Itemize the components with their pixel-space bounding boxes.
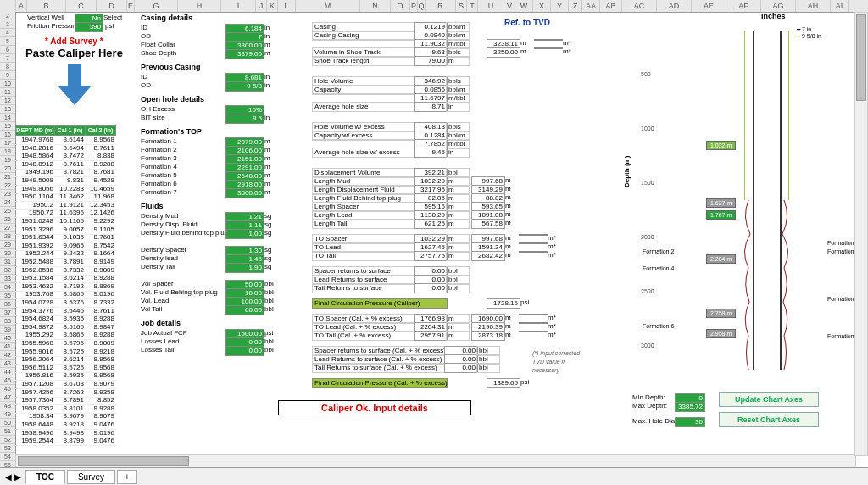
tab-nav-icon[interactable]: ◀ ▶ (5, 472, 21, 482)
tab-add[interactable]: + (117, 470, 137, 484)
calc-label: TO Tail (Cal. + % excess) (312, 331, 417, 341)
max-depth-label: Max Depth: (632, 402, 667, 410)
calc-value: 9.45 (414, 148, 448, 158)
calc-tvd-unit: m (504, 210, 514, 219)
field-unit: bbl (263, 346, 274, 354)
vertical-scrollbar[interactable] (854, 12, 868, 456)
tvd-input[interactable] (519, 331, 548, 332)
arrow-down-icon (58, 64, 92, 109)
field-label: Losses Tail (141, 346, 225, 354)
fcp-ex-label: Final Circulation Pressure (Cal. + % exc… (312, 378, 448, 388)
formation-2-label: Formation 2 (643, 248, 674, 256)
tvd-input[interactable] (519, 242, 548, 244)
calc-value: 0.00 (414, 283, 448, 293)
field-unit: sg (263, 246, 271, 254)
calc-value: 2757.75 (414, 251, 448, 261)
calc-label: Shoe Track length (312, 56, 417, 66)
field-label: OD (141, 81, 225, 90)
calc-unit: in (446, 148, 470, 158)
formation-6-label: Formation 6 (643, 322, 674, 331)
field-label: Vol Spacer (141, 280, 225, 288)
calc-tvd-unit: m (504, 322, 514, 331)
calc-label (312, 39, 417, 41)
calc-value: 8.71 (414, 102, 448, 112)
field-unit: sg (263, 254, 271, 263)
tvd-input[interactable] (519, 234, 548, 236)
field-label: Losses Lead (141, 337, 225, 346)
max-hole-input[interactable]: 30 (675, 417, 705, 427)
tvd-input-unit: m* (546, 331, 556, 339)
badge-1032: 1.032 m (706, 141, 736, 150)
field-label: Formation 5 (141, 171, 225, 180)
field-label: Formation 1 (141, 137, 225, 146)
field-value[interactable]: 60.00 (225, 305, 264, 315)
tvd-input[interactable] (519, 251, 548, 253)
field-value[interactable]: 9 5/8 (225, 81, 264, 92)
calc-unit: m (446, 251, 470, 261)
tvd-input[interactable] (519, 314, 548, 315)
field-label: Density Tail (141, 263, 225, 271)
badge-2958: 2.958 m (706, 329, 736, 338)
field-label: Shoe Depth (141, 49, 225, 58)
field-value[interactable]: 0.00 (225, 346, 264, 356)
section-header: Previous Casing (141, 63, 201, 71)
caliper-hdr-cal1: Cal 1 (in) (54, 125, 86, 136)
horizontal-scrollbar[interactable] (15, 454, 856, 468)
field-unit: bbl (263, 288, 274, 297)
section-header: Fluids (141, 202, 164, 210)
calc-value: 79.00 (414, 56, 448, 66)
calc-label: Average hole size w/ excess (312, 148, 417, 158)
field-unit: sg (263, 212, 271, 220)
legend-958in: ━ 9 5/8 in (797, 32, 821, 41)
table-cell: 8.8799 (54, 437, 86, 446)
tvd-input[interactable] (534, 39, 563, 41)
field-unit: in (263, 24, 270, 32)
field-label: OD (141, 32, 225, 41)
calc-tvd-unit: m (504, 331, 514, 339)
field-label: Float Collar (141, 41, 225, 49)
tab-toc[interactable]: TOC (25, 470, 65, 484)
table-cell: 1959.2544 (15, 437, 55, 446)
field-value[interactable]: 1.00 (225, 229, 264, 239)
tvd-input-unit: m* (561, 39, 571, 47)
field-value[interactable]: 3379.00 (225, 49, 264, 59)
field-unit: m (263, 188, 270, 197)
add-survey-text: * Add Survey * (45, 37, 103, 46)
friction-input[interactable]: 390 (75, 22, 103, 32)
field-value[interactable]: 1.90 (225, 263, 264, 273)
field-unit: sg (263, 263, 271, 271)
fcp-ex-unit: psi (519, 378, 529, 387)
max-depth-input[interactable]: 3385.72 (675, 402, 705, 412)
y-tick: 3000 (641, 343, 654, 348)
field-label: ID (141, 24, 225, 32)
field-unit: bbl (263, 280, 274, 288)
field-label: Formation 6 (141, 180, 225, 188)
section-header: Job details (141, 319, 181, 327)
badge-2204: 2.204 m (706, 254, 736, 264)
field-label: Density Fluid behind top plug (141, 229, 225, 237)
vertical-well-select: Select (103, 14, 122, 22)
field-value[interactable]: 8.5 (225, 114, 264, 124)
field-unit: sg (263, 220, 271, 229)
field-unit: sg (263, 229, 271, 237)
svg-rect-0 (68, 64, 81, 86)
field-label: Vol. Fluid Behing top plug (141, 288, 225, 297)
field-label: Formation 2 (141, 146, 225, 154)
calc-tvd-unit: m (504, 219, 514, 227)
tvd-input[interactable] (519, 322, 548, 324)
tvd-input[interactable] (534, 47, 563, 49)
row-headers: 2345678910111213141516171819202122232425… (0, 12, 16, 468)
field-value[interactable]: 3000.00 (225, 188, 264, 198)
formation-4-label: Formation 4 (643, 265, 674, 273)
calc-label (312, 139, 417, 141)
section-header: Formation's TOP (141, 127, 202, 136)
tab-survey[interactable]: Survey (67, 470, 115, 484)
calc-unit: bbl (446, 283, 470, 293)
friction-label: Friction Pressure: (27, 22, 81, 31)
reset-chart-button[interactable]: Reset Chart Axes (719, 412, 819, 427)
field-label: Vol Tail (141, 305, 225, 314)
calc-unit: m (446, 219, 470, 229)
field-label: Formation 4 (141, 163, 225, 171)
calc-value: 621.25 (414, 219, 448, 229)
update-chart-button[interactable]: Update Chart Axes (719, 392, 819, 407)
